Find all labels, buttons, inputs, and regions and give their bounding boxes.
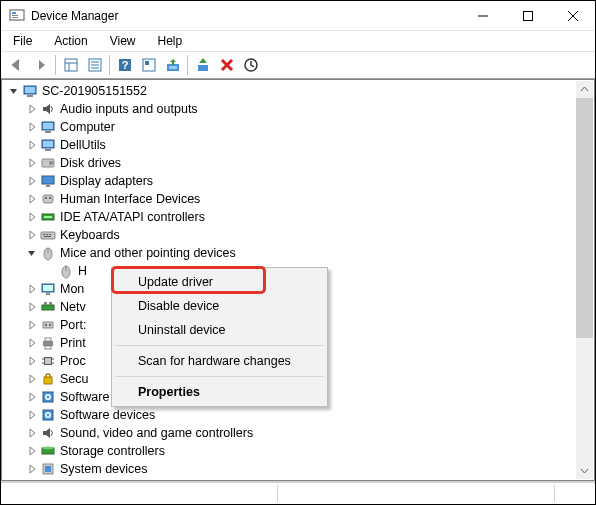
svg-rect-52 bbox=[46, 293, 50, 295]
tree-item[interactable]: IDE ATA/ATAPI controllers bbox=[4, 208, 577, 226]
svg-rect-1 bbox=[12, 12, 16, 14]
mouse-icon bbox=[58, 263, 74, 279]
tree-item[interactable]: Sound, video and game controllers bbox=[4, 424, 577, 442]
expander-icon[interactable] bbox=[26, 121, 38, 133]
tree-root[interactable]: SC-201905151552 bbox=[4, 82, 577, 100]
expander-icon[interactable] bbox=[26, 427, 38, 439]
svg-rect-5 bbox=[523, 11, 532, 20]
hid-icon bbox=[40, 191, 56, 207]
svg-point-37 bbox=[45, 197, 47, 199]
expander-icon[interactable] bbox=[26, 157, 38, 169]
context-menu-item[interactable]: Properties bbox=[114, 380, 325, 404]
update-driver-button[interactable] bbox=[161, 54, 184, 76]
tree-label: IDE ATA/ATAPI controllers bbox=[60, 209, 205, 226]
scroll-up-button[interactable] bbox=[576, 81, 593, 98]
expander-icon[interactable] bbox=[26, 229, 38, 241]
menu-file[interactable]: File bbox=[7, 33, 38, 49]
menu-view[interactable]: View bbox=[104, 33, 142, 49]
tree-item[interactable]: Software devices bbox=[4, 406, 577, 424]
scroll-down-button[interactable] bbox=[576, 462, 593, 479]
scan-hardware-button[interactable] bbox=[239, 54, 262, 76]
vertical-scrollbar[interactable] bbox=[576, 81, 593, 479]
tree-item[interactable]: Audio inputs and outputs bbox=[4, 100, 577, 118]
menu-action[interactable]: Action bbox=[48, 33, 93, 49]
back-button[interactable] bbox=[5, 54, 28, 76]
expander-icon[interactable] bbox=[26, 355, 38, 367]
tree-label: Sound, video and game controllers bbox=[60, 425, 253, 442]
svg-rect-35 bbox=[46, 185, 50, 187]
expander-icon[interactable] bbox=[26, 463, 38, 475]
tree-label: System devices bbox=[60, 461, 148, 478]
svg-rect-3 bbox=[12, 17, 18, 18]
tree-label: DellUtils bbox=[60, 137, 106, 154]
svg-point-33 bbox=[49, 161, 53, 165]
expander-icon[interactable] bbox=[26, 247, 38, 259]
svg-rect-30 bbox=[43, 141, 53, 147]
context-menu-item[interactable]: Uninstall device bbox=[114, 318, 325, 342]
scan-button[interactable] bbox=[137, 54, 160, 76]
menubar: File Action View Help bbox=[1, 31, 595, 51]
tree-item[interactable]: Storage controllers bbox=[4, 442, 577, 460]
svg-rect-60 bbox=[45, 338, 51, 341]
expander-icon[interactable] bbox=[26, 391, 38, 403]
uninstall-button[interactable] bbox=[215, 54, 238, 76]
help-button[interactable]: ? bbox=[113, 54, 136, 76]
tree-item[interactable]: Computer bbox=[4, 118, 577, 136]
expander-spacer bbox=[44, 265, 56, 277]
enable-button[interactable] bbox=[191, 54, 214, 76]
show-hidden-button[interactable] bbox=[59, 54, 82, 76]
processor-icon bbox=[40, 353, 56, 369]
status-cell bbox=[278, 485, 555, 502]
app-icon bbox=[9, 8, 25, 24]
expander-icon[interactable] bbox=[26, 337, 38, 349]
svg-rect-45 bbox=[44, 236, 51, 237]
expander-icon[interactable] bbox=[26, 319, 38, 331]
tree-item[interactable]: System devices bbox=[4, 460, 577, 478]
svg-rect-20 bbox=[169, 66, 177, 69]
tree-item[interactable]: Mice and other pointing devices bbox=[4, 244, 577, 262]
expander-icon[interactable] bbox=[26, 283, 38, 295]
tree-label: Audio inputs and outputs bbox=[60, 101, 198, 118]
expander-icon[interactable] bbox=[26, 373, 38, 385]
menu-help[interactable]: Help bbox=[152, 33, 189, 49]
svg-rect-61 bbox=[45, 346, 51, 349]
svg-rect-36 bbox=[43, 195, 53, 203]
storage-icon bbox=[40, 443, 56, 459]
expander-icon[interactable] bbox=[26, 409, 38, 421]
tree-item[interactable]: Disk drives bbox=[4, 154, 577, 172]
properties-button[interactable] bbox=[83, 54, 106, 76]
expander-icon[interactable] bbox=[26, 139, 38, 151]
svg-rect-18 bbox=[145, 61, 149, 65]
tree-item[interactable]: DellUtils bbox=[4, 136, 577, 154]
svg-point-76 bbox=[42, 447, 54, 450]
tree-item[interactable]: Human Interface Devices bbox=[4, 190, 577, 208]
svg-point-71 bbox=[47, 396, 50, 399]
context-menu-item[interactable]: Update driver bbox=[114, 270, 325, 294]
forward-button[interactable] bbox=[29, 54, 52, 76]
close-button[interactable] bbox=[550, 1, 595, 30]
expander-icon[interactable] bbox=[8, 85, 20, 97]
context-menu-item[interactable]: Disable device bbox=[114, 294, 325, 318]
expander-icon[interactable] bbox=[26, 211, 38, 223]
expander-icon[interactable] bbox=[26, 301, 38, 313]
maximize-button[interactable] bbox=[505, 1, 550, 30]
menu-separator bbox=[115, 345, 324, 346]
svg-rect-55 bbox=[49, 302, 52, 305]
tree-label: Disk drives bbox=[60, 155, 121, 172]
svg-rect-28 bbox=[45, 131, 51, 133]
tree-label: Secu bbox=[60, 371, 89, 388]
keyboard-icon bbox=[40, 227, 56, 243]
expander-icon[interactable] bbox=[26, 175, 38, 187]
tree-item[interactable]: Keyboards bbox=[4, 226, 577, 244]
ide-icon bbox=[40, 209, 56, 225]
scroll-thumb[interactable] bbox=[576, 98, 593, 338]
expander-icon[interactable] bbox=[26, 445, 38, 457]
tree-item[interactable]: Display adapters bbox=[4, 172, 577, 190]
expander-icon[interactable] bbox=[26, 193, 38, 205]
minimize-button[interactable] bbox=[460, 1, 505, 30]
tree-label: Print bbox=[60, 335, 86, 352]
context-menu-item[interactable]: Scan for hardware changes bbox=[114, 349, 325, 373]
expander-icon[interactable] bbox=[26, 103, 38, 115]
monitor-icon bbox=[40, 281, 56, 297]
disk-icon bbox=[40, 155, 56, 171]
